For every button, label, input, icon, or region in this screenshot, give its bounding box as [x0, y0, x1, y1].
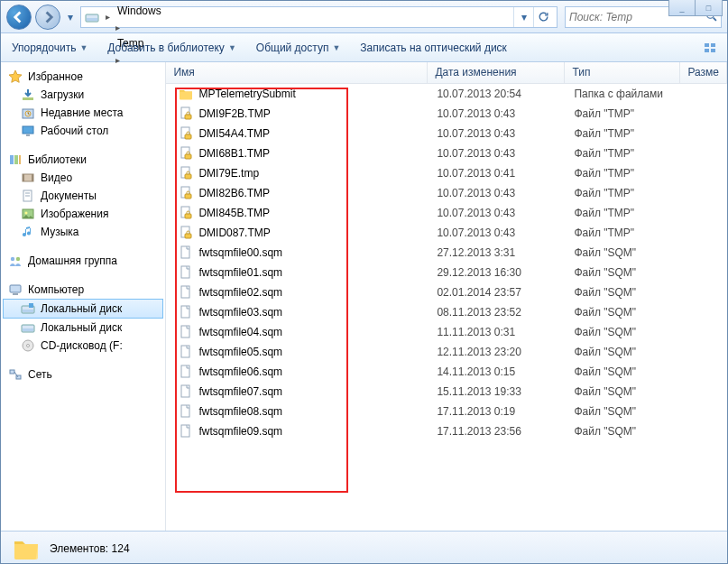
address-dropdown[interactable]: ▾ [513, 7, 533, 27]
file-icon [179, 245, 193, 260]
svg-point-23 [25, 212, 28, 215]
file-row[interactable]: fwtsqmfile04.sqm11.11.2013 0:31Файл "SQM… [166, 322, 727, 342]
file-name: fwtsqmfile06.sqm [198, 365, 282, 378]
sidebar-item-label: Изображения [41, 208, 108, 220]
file-row[interactable]: DMI82B6.TMP10.07.2013 0:43Файл "TMP" [166, 183, 727, 203]
file-name: fwtsqmfile08.sqm [198, 405, 282, 418]
svg-rect-15 [19, 155, 21, 164]
file-row[interactable]: DMI68B1.TMP10.07.2013 0:43Файл "TMP" [166, 143, 727, 163]
file-type: Файл "SQM" [574, 266, 689, 279]
column-name[interactable]: Имя [166, 62, 428, 83]
file-row[interactable]: fwtsqmfile07.sqm15.11.2013 19:33Файл "SQ… [166, 382, 727, 402]
sidebar-item[interactable]: Локальный диск [3, 319, 163, 337]
file-type: Файл "TMP" [574, 147, 689, 160]
root-arrow[interactable]: ▸ [103, 12, 113, 22]
desktop-icon [21, 124, 35, 138]
drive-icon [85, 10, 99, 24]
back-button[interactable] [6, 5, 32, 30]
sidebar-favorites[interactable]: ▷ Избранное [3, 68, 163, 86]
file-type: Файл "SQM" [574, 365, 689, 378]
file-date: 08.11.2013 23:52 [437, 306, 574, 319]
file-row[interactable]: fwtsqmfile06.sqm14.11.2013 0:15Файл "SQM… [166, 362, 727, 382]
file-date: 10.07.2013 0:43 [437, 107, 574, 120]
refresh-button[interactable] [533, 7, 553, 27]
share-menu[interactable]: Общий доступ▼ [253, 39, 345, 57]
file-name: fwtsqmfile02.sqm [198, 286, 282, 299]
breadcrumb-item[interactable]: Windows [113, 1, 225, 21]
sidebar-item[interactable]: Музыка [3, 223, 163, 241]
sidebar-item-label: Видео [41, 171, 72, 184]
svg-rect-18 [32, 174, 33, 181]
file-date: 17.11.2013 23:56 [437, 425, 574, 438]
file-row[interactable]: DMI845B.TMP10.07.2013 0:43Файл "TMP" [166, 203, 727, 223]
sidebar-item[interactable]: Видео [3, 169, 163, 187]
file-row[interactable]: fwtsqmfile08.sqm17.11.2013 0:19Файл "SQM… [166, 402, 727, 421]
file-row[interactable]: DMI9F2B.TMP10.07.2013 0:43Файл "TMP" [166, 104, 727, 124]
sidebar-homegroup[interactable]: ▷ Домашняя группа [3, 252, 163, 270]
minimize-button[interactable]: _ [668, 0, 696, 16]
svg-rect-47 [185, 194, 191, 199]
file-row[interactable]: DMI54A4.TMP10.07.2013 0:43Файл "TMP" [166, 124, 727, 143]
svg-rect-12 [26, 134, 30, 136]
file-row[interactable]: fwtsqmfile02.sqm02.01.2014 23:57Файл "SQ… [166, 282, 727, 302]
file-type: Файл "SQM" [574, 346, 689, 358]
file-date: 15.11.2013 19:33 [437, 385, 574, 398]
organize-menu[interactable]: Упорядочить▼ [8, 39, 91, 57]
history-dropdown[interactable]: ▾ [64, 11, 77, 23]
file-date: 10.07.2013 0:41 [437, 167, 574, 180]
navigation-pane[interactable]: ▷ Избранное ЗагрузкиНедавние местаРабочи… [1, 62, 166, 531]
file-name: DMI845B.TMP [198, 207, 270, 219]
file-date: 27.12.2013 3:31 [437, 246, 574, 259]
sidebar-item[interactable]: CD-дисковод (F: [3, 337, 163, 355]
sidebar-item[interactable]: Изображения [3, 205, 163, 223]
file-row[interactable]: MPTelemetrySubmit10.07.2013 20:54Папка с… [166, 84, 727, 104]
lockfile-icon [179, 186, 193, 200]
sidebar-item[interactable]: Загрузки [3, 86, 163, 104]
column-date[interactable]: Дата изменения [428, 62, 565, 83]
file-type: Файл "SQM" [574, 326, 689, 338]
svg-rect-45 [185, 174, 191, 179]
sidebar-item-label: Локальный диск [41, 302, 122, 315]
sidebar-computer[interactable]: ▽ Компьютер [3, 281, 163, 299]
svg-rect-39 [185, 115, 191, 119]
sidebar-item[interactable]: Локальный диск [3, 299, 163, 319]
folder-icon [179, 87, 193, 101]
sidebar-item-label: Недавние места [41, 106, 123, 119]
homegroup-icon [8, 254, 23, 268]
file-row[interactable]: DMID087.TMP10.07.2013 0:43Файл "TMP" [166, 223, 727, 243]
file-name: DMI9F2B.TMP [198, 107, 270, 120]
file-row[interactable]: fwtsqmfile01.sqm29.12.2013 16:30Файл "SQ… [166, 263, 727, 282]
svg-rect-29 [23, 310, 33, 312]
file-row[interactable]: fwtsqmfile05.sqm12.11.2013 23:20Файл "SQ… [166, 342, 727, 362]
nav-bar: ▾ ▸ Локальный диск (C:)▸Windows▸Temp▸ ▾ [1, 1, 727, 33]
address-bar[interactable]: ▸ Локальный диск (C:)▸Windows▸Temp▸ ▾ [80, 6, 558, 28]
forward-button[interactable] [35, 5, 60, 30]
add-to-library-menu[interactable]: Добавить в библиотеку▼ [104, 39, 239, 57]
file-icon [179, 384, 193, 399]
sidebar-item[interactable]: Недавние места [3, 104, 163, 122]
file-row[interactable]: DMI79E.tmp10.07.2013 0:41Файл "TMP" [166, 163, 727, 183]
sidebar-network[interactable]: ▷ Сеть [3, 365, 163, 384]
file-row[interactable]: fwtsqmfile00.sqm27.12.2013 3:31Файл "SQM… [166, 243, 727, 263]
column-size[interactable]: Разме [680, 62, 727, 83]
svg-rect-51 [185, 234, 191, 238]
file-type: Файл "SQM" [574, 405, 689, 418]
maximize-button[interactable]: □ [696, 0, 723, 16]
file-icon [179, 345, 193, 359]
sidebar-item[interactable]: Рабочий стол [3, 122, 163, 140]
svg-rect-14 [14, 155, 18, 164]
burn-button[interactable]: Записать на оптический диск [356, 39, 511, 57]
file-row[interactable]: fwtsqmfile09.sqm17.11.2013 23:56Файл "SQ… [166, 421, 727, 441]
chevron-right-icon[interactable]: ▸ [113, 23, 123, 32]
sidebar-libraries[interactable]: ▷ Библиотеки [3, 151, 163, 169]
file-name: DMI68B1.TMP [198, 147, 270, 160]
file-list[interactable]: MPTelemetrySubmit10.07.2013 20:54Папка с… [166, 84, 727, 531]
sidebar-head-label: Библиотеки [28, 153, 87, 166]
file-date: 17.11.2013 0:19 [437, 405, 574, 418]
column-type[interactable]: Тип [565, 62, 680, 83]
sidebar-head-label: Компьютер [28, 283, 84, 296]
svg-rect-11 [23, 126, 33, 134]
file-row[interactable]: fwtsqmfile03.sqm08.11.2013 23:52Файл "SQ… [166, 302, 727, 322]
view-options-button[interactable] [700, 38, 720, 58]
sidebar-item[interactable]: Документы [3, 187, 163, 205]
